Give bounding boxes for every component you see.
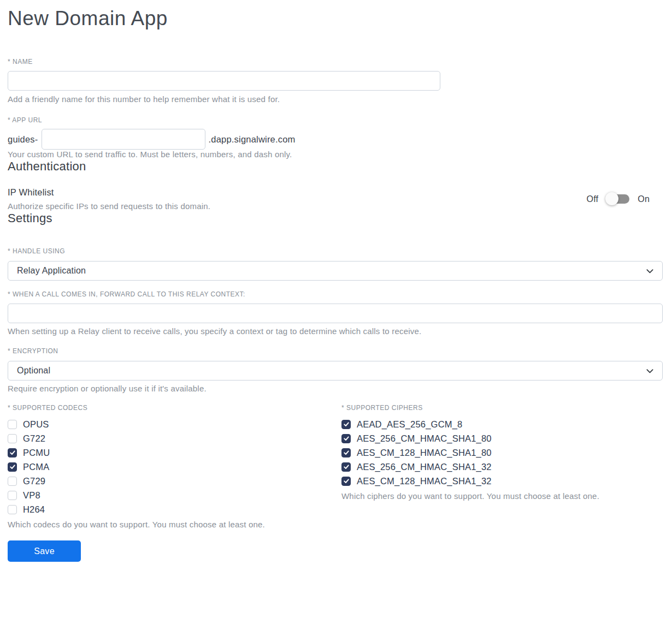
check-icon xyxy=(9,449,16,456)
encryption-group: * ENCRYPTION Optional Require encryption… xyxy=(8,347,663,394)
ip-whitelist-label: IP Whitelist xyxy=(8,187,210,198)
checkbox-label: AES_CM_128_HMAC_SHA1_80 xyxy=(357,448,492,458)
app-url-row: guides- .dapp.signalwire.com xyxy=(8,129,663,150)
encryption-helper: Require encryption or optionally use it … xyxy=(8,384,663,394)
app-url-input[interactable] xyxy=(42,129,205,150)
handle-using-label: * HANDLE USING xyxy=(8,247,663,255)
checkbox-label: H264 xyxy=(23,504,45,515)
name-label: * NAME xyxy=(8,58,663,66)
new-domain-app-page: New Domain App * NAME Add a friendly nam… xyxy=(0,0,672,569)
encryption-label: * ENCRYPTION xyxy=(8,347,663,355)
checkbox-row[interactable]: G729 xyxy=(8,476,45,486)
checkbox-unchecked-icon[interactable] xyxy=(8,505,17,514)
encryption-select[interactable]: Optional xyxy=(8,361,663,381)
name-input[interactable] xyxy=(8,71,440,91)
check-icon xyxy=(9,463,16,470)
checkbox-checked-icon[interactable] xyxy=(341,434,351,443)
codecs-ciphers-columns: * SUPPORTED CODECS OPUSG722PCMUPCMAG729V… xyxy=(8,404,663,530)
ip-whitelist-row: IP Whitelist Authorize specific IPs to s… xyxy=(8,187,663,211)
app-url-prefix: guides- xyxy=(8,134,38,145)
codecs-helper: Which codecs do you want to support. You… xyxy=(8,520,341,530)
codecs-list: OPUSG722PCMUPCMAG729VP8H264 xyxy=(8,419,341,515)
supported-codecs-group: * SUPPORTED CODECS OPUSG722PCMUPCMAG729V… xyxy=(8,404,341,530)
supported-codecs-label: * SUPPORTED CODECS xyxy=(8,404,341,412)
relay-context-group: * WHEN A CALL COMES IN, FORWARD CALL TO … xyxy=(8,290,663,336)
ip-whitelist-helper: Authorize specific IPs to send requests … xyxy=(8,201,210,211)
checkbox-label: AEAD_AES_256_GCM_8 xyxy=(357,419,462,430)
checkbox-checked-icon[interactable] xyxy=(341,420,351,429)
toggle-off-label: Off xyxy=(587,194,599,204)
supported-ciphers-label: * SUPPORTED CIPHERS xyxy=(341,404,663,412)
checkbox-row[interactable]: PCMA xyxy=(8,461,49,472)
checkbox-unchecked-icon[interactable] xyxy=(8,477,17,486)
handle-using-value: Relay Application xyxy=(17,266,86,276)
checkbox-row[interactable]: G722 xyxy=(8,433,45,444)
ip-whitelist-toggle-group: Off On xyxy=(587,194,650,204)
checkbox-row[interactable]: AES_256_CM_HMAC_SHA1_32 xyxy=(341,461,492,472)
chevron-down-icon xyxy=(646,367,654,375)
checkbox-label: OPUS xyxy=(23,419,49,430)
check-icon xyxy=(343,421,350,427)
checkbox-label: AES_CM_128_HMAC_SHA1_32 xyxy=(357,476,492,486)
supported-ciphers-group: * SUPPORTED CIPHERS AEAD_AES_256_GCM_8AE… xyxy=(341,404,663,530)
checkbox-row[interactable]: H264 xyxy=(8,504,45,515)
app-url-suffix: .dapp.signalwire.com xyxy=(209,134,296,145)
ciphers-list: AEAD_AES_256_GCM_8AES_256_CM_HMAC_SHA1_8… xyxy=(341,419,663,486)
checkbox-checked-icon[interactable] xyxy=(341,462,351,472)
checkbox-label: G722 xyxy=(23,433,45,444)
checkbox-label: AES_256_CM_HMAC_SHA1_80 xyxy=(357,433,492,444)
checkbox-unchecked-icon[interactable] xyxy=(8,491,17,500)
relay-context-label: * WHEN A CALL COMES IN, FORWARD CALL TO … xyxy=(8,290,663,299)
checkbox-row[interactable]: AES_CM_128_HMAC_SHA1_32 xyxy=(341,476,492,486)
checkbox-label: G729 xyxy=(23,476,45,486)
checkbox-label: VP8 xyxy=(23,490,40,501)
name-field-group: * NAME Add a friendly name for this numb… xyxy=(8,58,663,104)
ciphers-helper: Which ciphers do you want to support. Yo… xyxy=(341,491,663,501)
ip-whitelist-toggle[interactable] xyxy=(606,194,629,204)
toggle-on-label: On xyxy=(638,194,650,204)
relay-context-input[interactable] xyxy=(8,304,663,323)
authentication-heading: Authentication xyxy=(8,159,663,174)
checkbox-checked-icon[interactable] xyxy=(341,477,351,486)
handle-using-group: * HANDLE USING Relay Application xyxy=(8,247,663,281)
app-url-field-group: * APP URL guides- .dapp.signalwire.com Y… xyxy=(8,116,663,159)
save-button[interactable]: Save xyxy=(8,540,81,562)
check-icon xyxy=(343,478,350,484)
app-url-helper: Your custom URL to send traffic to. Must… xyxy=(8,150,663,159)
checkbox-row[interactable]: AEAD_AES_256_GCM_8 xyxy=(341,419,462,430)
checkbox-checked-icon[interactable] xyxy=(341,448,351,457)
checkbox-label: PCMA xyxy=(23,462,49,472)
check-icon xyxy=(343,463,350,470)
page-title: New Domain App xyxy=(8,7,663,31)
checkbox-checked-icon[interactable] xyxy=(8,448,17,457)
checkbox-unchecked-icon[interactable] xyxy=(8,420,17,429)
encryption-value: Optional xyxy=(17,366,50,376)
check-icon xyxy=(343,449,350,456)
check-icon xyxy=(343,435,350,442)
checkbox-unchecked-icon[interactable] xyxy=(8,434,17,443)
ip-whitelist-info: IP Whitelist Authorize specific IPs to s… xyxy=(8,187,210,211)
app-url-label: * APP URL xyxy=(8,116,663,124)
settings-heading: Settings xyxy=(8,211,663,225)
handle-using-select[interactable]: Relay Application xyxy=(8,261,663,281)
chevron-down-icon xyxy=(646,267,654,275)
checkbox-row[interactable]: OPUS xyxy=(8,419,49,430)
checkbox-row[interactable]: AES_CM_128_HMAC_SHA1_80 xyxy=(341,447,492,458)
checkbox-row[interactable]: AES_256_CM_HMAC_SHA1_80 xyxy=(341,433,492,444)
name-helper: Add a friendly name for this number to h… xyxy=(8,94,663,104)
checkbox-label: AES_256_CM_HMAC_SHA1_32 xyxy=(357,462,492,472)
checkbox-row[interactable]: PCMU xyxy=(8,447,50,458)
toggle-knob-icon[interactable] xyxy=(605,192,618,205)
checkbox-row[interactable]: VP8 xyxy=(8,490,40,501)
checkbox-checked-icon[interactable] xyxy=(8,462,17,472)
relay-context-helper: When setting up a Relay client to receiv… xyxy=(8,326,663,336)
checkbox-label: PCMU xyxy=(23,448,50,458)
